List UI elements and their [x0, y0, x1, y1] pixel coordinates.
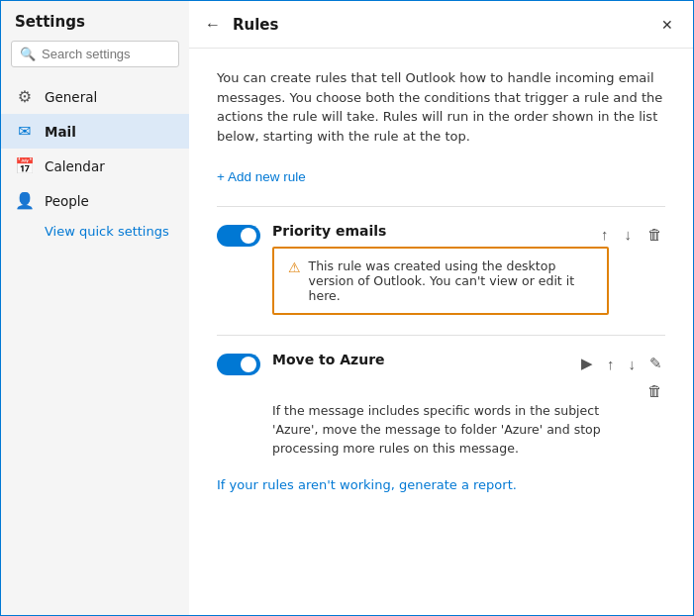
move-up-button-azure[interactable]: ↑ [604, 352, 618, 375]
toggle-thumb-2 [241, 357, 256, 372]
calendar-icon: 📅 [15, 156, 35, 175]
sidebar-item-people-label: People [45, 193, 89, 209]
search-input[interactable] [42, 47, 170, 61]
search-box[interactable]: 🔍 [11, 41, 179, 67]
rule-left-2: Move to Azure [217, 352, 578, 375]
rule-row-2: Move to Azure ▶ ↑ ↓ ✎ 🗑 [217, 352, 665, 402]
toggle-priority-emails[interactable] [217, 225, 260, 247]
quick-settings-link[interactable]: View quick settings [1, 218, 189, 245]
delete-button-priority[interactable]: 🗑 [644, 223, 665, 246]
run-button-azure[interactable]: ▶ [578, 352, 596, 375]
toggle-move-to-azure[interactable] [217, 354, 260, 375]
divider [217, 206, 665, 207]
rule-item-move-to-azure: Move to Azure ▶ ↑ ↓ ✎ 🗑 [217, 352, 665, 458]
rule-name-move-to-azure: Move to Azure [272, 352, 578, 367]
rule-warning-box: ⚠ This rule was created using the deskto… [272, 247, 609, 315]
delete-button-azure[interactable]: 🗑 [644, 379, 665, 402]
sidebar-item-general-label: General [45, 89, 97, 105]
move-up-button-priority[interactable]: ↑ [598, 223, 612, 246]
rule-left: Priority emails [217, 223, 598, 247]
general-icon: ⚙️ [15, 87, 35, 106]
rule-warning-text: This rule was created using the desktop … [309, 258, 593, 303]
settings-window: Settings 🔍 ⚙️ General ✉️ Mail 📅 Calendar… [0, 0, 694, 616]
add-rule-button[interactable]: + Add new rule [217, 165, 306, 188]
toggle-thumb [241, 228, 256, 244]
mail-icon: ✉️ [15, 122, 35, 141]
move-down-button-priority[interactable]: ↓ [622, 223, 636, 246]
sidebar-item-people[interactable]: 👤 People [1, 183, 189, 218]
warning-icon: ⚠ [288, 259, 301, 275]
sidebar-item-mail-label: Mail [45, 124, 76, 140]
search-icon: 🔍 [20, 47, 36, 61]
edit-button-azure[interactable]: ✎ [646, 352, 665, 375]
sidebar-item-calendar[interactable]: 📅 Calendar [1, 149, 189, 183]
sidebar: Settings 🔍 ⚙️ General ✉️ Mail 📅 Calendar… [1, 1, 189, 615]
people-icon: 👤 [15, 191, 35, 210]
back-button[interactable]: ← [201, 12, 225, 38]
titlebar: ← Rules ✕ [189, 1, 693, 49]
sidebar-title: Settings [1, 13, 189, 41]
sidebar-item-calendar-label: Calendar [45, 158, 105, 174]
move-down-button-azure[interactable]: ↓ [626, 352, 640, 375]
rule-item-priority-emails: Priority emails ↑ ↓ 🗑 ⚠ This rule was cr… [217, 223, 665, 315]
rules-description: You can create rules that tell Outlook h… [217, 68, 665, 146]
sidebar-item-mail[interactable]: ✉️ Mail [1, 114, 189, 149]
toggle-track-2 [217, 354, 260, 375]
rule-row: Priority emails ↑ ↓ 🗑 [217, 223, 665, 247]
rule-name-priority-emails: Priority emails [272, 223, 598, 239]
main-content: You can create rules that tell Outlook h… [189, 49, 693, 615]
sidebar-item-general[interactable]: ⚙️ General [1, 79, 189, 114]
close-button[interactable]: ✕ [653, 13, 681, 37]
rule-actions-azure: ▶ ↑ ↓ ✎ 🗑 [578, 352, 665, 402]
toggle-track [217, 225, 260, 247]
divider-2 [217, 335, 665, 336]
page-title: Rules [233, 16, 278, 34]
generate-report-link[interactable]: If your rules aren't working, generate a… [217, 477, 665, 492]
rule-actions-priority-emails: ↑ ↓ 🗑 [598, 223, 665, 246]
rule-description-azure: If the message includes specific words i… [272, 402, 629, 458]
